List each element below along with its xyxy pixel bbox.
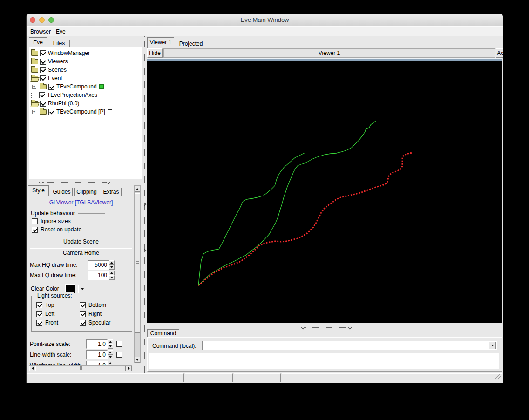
ignore-sizes-checkbox[interactable] bbox=[32, 218, 38, 224]
tree-checkbox[interactable] bbox=[40, 75, 46, 81]
spin-up-icon[interactable] bbox=[109, 271, 115, 275]
tree-item-label[interactable]: Event bbox=[48, 75, 62, 81]
light-left-row[interactable]: Left bbox=[36, 311, 54, 317]
spin-down-icon[interactable] bbox=[108, 344, 113, 349]
light-bottom-row[interactable]: Bottom bbox=[80, 302, 106, 308]
max-lq-stepper[interactable] bbox=[109, 271, 115, 280]
scroll-up-icon[interactable] bbox=[135, 186, 140, 192]
tree-checkbox[interactable] bbox=[39, 92, 45, 98]
light-front-checkbox[interactable] bbox=[36, 320, 42, 326]
ignore-sizes-row[interactable]: Ignore sizes bbox=[32, 218, 71, 224]
spin-up-icon[interactable] bbox=[109, 260, 115, 265]
tree-item-scenes[interactable]: Scenes bbox=[29, 66, 142, 74]
scroll-down-icon[interactable] bbox=[135, 357, 140, 363]
light-specular-checkbox[interactable] bbox=[80, 320, 86, 326]
spin-down-icon[interactable] bbox=[108, 355, 113, 359]
command-input[interactable] bbox=[202, 341, 497, 350]
tab-viewer-1[interactable]: Viewer 1 bbox=[147, 37, 174, 48]
color-dropdown-icon[interactable] bbox=[81, 288, 84, 290]
tree-checkbox[interactable] bbox=[40, 59, 46, 65]
horizontal-splitter[interactable] bbox=[40, 180, 109, 184]
tree-item-teveprojectionaxes[interactable]: TEveProjectionAxes bbox=[29, 91, 142, 99]
tab-files[interactable]: Files bbox=[48, 40, 70, 47]
tab-eve[interactable]: Eve bbox=[29, 37, 47, 47]
resize-grip-icon[interactable] bbox=[495, 374, 501, 380]
light-top-checkbox[interactable] bbox=[36, 302, 42, 308]
light-right-checkbox[interactable] bbox=[80, 311, 86, 317]
tree-checkbox[interactable] bbox=[40, 50, 46, 56]
command-combobox[interactable] bbox=[202, 341, 497, 350]
tree-checkbox[interactable] bbox=[48, 109, 54, 115]
light-right-row[interactable]: Right bbox=[80, 311, 102, 317]
expand-plus-icon[interactable]: + bbox=[32, 110, 36, 114]
camera-home-button[interactable]: Camera Home bbox=[30, 248, 132, 257]
scrollbar-thumb[interactable] bbox=[35, 366, 126, 371]
tree-item-viewers[interactable]: Viewers bbox=[29, 57, 142, 66]
point-size-input[interactable]: 1.0 bbox=[86, 339, 108, 349]
tree-item-label[interactable]: TEveCompound bbox=[56, 83, 97, 90]
light-bottom-checkbox[interactable] bbox=[80, 302, 86, 308]
spin-down-icon[interactable] bbox=[109, 265, 115, 270]
light-specular-row[interactable]: Specular bbox=[80, 319, 110, 326]
point-size-stepper[interactable] bbox=[108, 339, 113, 349]
line-width-input[interactable]: 1.0 bbox=[86, 350, 108, 359]
update-scene-button[interactable]: Update Scene bbox=[30, 237, 132, 246]
viewer-title-bar[interactable]: Viewer 1 bbox=[163, 48, 495, 58]
tree-checkbox[interactable] bbox=[40, 101, 46, 107]
line-width-checkbox[interactable] bbox=[116, 352, 122, 358]
light-front-row[interactable]: Front bbox=[36, 319, 58, 326]
gl-viewport[interactable] bbox=[147, 58, 502, 323]
style-horizontal-scrollbar[interactable] bbox=[29, 365, 132, 371]
scroll-right-icon[interactable] bbox=[126, 366, 132, 371]
scrollbar-thumb[interactable] bbox=[135, 193, 140, 333]
tree-item-label[interactable]: TEveProjectionAxes bbox=[47, 92, 97, 98]
max-hq-stepper[interactable] bbox=[109, 260, 115, 270]
scroll-left-icon[interactable] bbox=[29, 366, 35, 371]
tree-item-windowmanager[interactable]: WindowManager bbox=[29, 49, 142, 57]
scene-tree: WindowManager Viewers Scenes Event + TEv… bbox=[29, 47, 142, 179]
tab-projected[interactable]: Projected bbox=[176, 40, 206, 48]
light-top-row[interactable]: Top bbox=[36, 302, 54, 308]
tab-clipping[interactable]: Clipping bbox=[74, 188, 99, 196]
reset-on-update-row[interactable]: Reset on update bbox=[32, 226, 81, 233]
actions-button[interactable]: Actions bbox=[496, 48, 503, 58]
light-left-checkbox[interactable] bbox=[36, 311, 42, 317]
max-hq-input[interactable]: 5000 bbox=[88, 260, 109, 270]
tree-item-event[interactable]: Event bbox=[29, 74, 142, 82]
tree-item-tevecompound-p[interactable]: + TEveCompound [P] bbox=[29, 108, 142, 116]
tree-item-label[interactable]: WindowManager bbox=[48, 50, 90, 56]
menu-browser[interactable]: Browser bbox=[28, 28, 53, 35]
spin-up-icon[interactable] bbox=[108, 350, 113, 355]
command-local-label: Command (local): bbox=[152, 343, 197, 349]
tab-guides[interactable]: Guides bbox=[51, 188, 73, 196]
tree-checkbox[interactable] bbox=[40, 67, 46, 73]
tree-item-label[interactable]: TEveCompound [P] bbox=[56, 108, 105, 115]
command-output-area[interactable] bbox=[149, 353, 499, 369]
spin-down-icon[interactable] bbox=[109, 275, 115, 280]
line-width-stepper[interactable] bbox=[108, 350, 113, 359]
tree-checkbox[interactable] bbox=[48, 84, 54, 90]
tree-item-tevecompound[interactable]: + TEveCompound bbox=[29, 82, 142, 91]
tree-item-label[interactable]: RhoPhi (0.0) bbox=[48, 100, 79, 107]
point-size-checkbox[interactable] bbox=[116, 341, 122, 347]
tab-style[interactable]: Style bbox=[28, 185, 49, 196]
tree-item-rhophi[interactable]: RhoPhi (0.0) bbox=[29, 99, 142, 108]
max-lq-input[interactable]: 100 bbox=[88, 271, 109, 280]
vertical-splitter[interactable] bbox=[142, 36, 147, 373]
titlebar[interactable]: Eve Main Window bbox=[27, 14, 503, 26]
tab-extras[interactable]: Extras bbox=[101, 188, 122, 196]
menu-eve[interactable]: Eve bbox=[54, 28, 68, 35]
horizontal-splitter[interactable] bbox=[302, 325, 351, 330]
tree-item-label[interactable]: Viewers bbox=[48, 58, 68, 65]
expand-plus-icon[interactable]: + bbox=[32, 85, 36, 89]
style-vertical-scrollbar[interactable] bbox=[134, 185, 141, 363]
tab-command[interactable]: Command bbox=[147, 329, 179, 338]
spin-up-icon[interactable] bbox=[108, 339, 113, 344]
glviewer-link[interactable]: GLViewer [TGLSAViewer] bbox=[30, 198, 132, 207]
reset-on-update-checkbox[interactable] bbox=[32, 227, 38, 233]
combo-dropdown-icon[interactable] bbox=[489, 342, 496, 349]
hide-button[interactable]: Hide bbox=[147, 48, 163, 58]
clear-color-swatch[interactable] bbox=[65, 284, 75, 293]
light-sources-group: Light sources: Top Bottom Left Right Fro… bbox=[31, 296, 132, 332]
tree-item-label[interactable]: Scenes bbox=[48, 67, 67, 73]
